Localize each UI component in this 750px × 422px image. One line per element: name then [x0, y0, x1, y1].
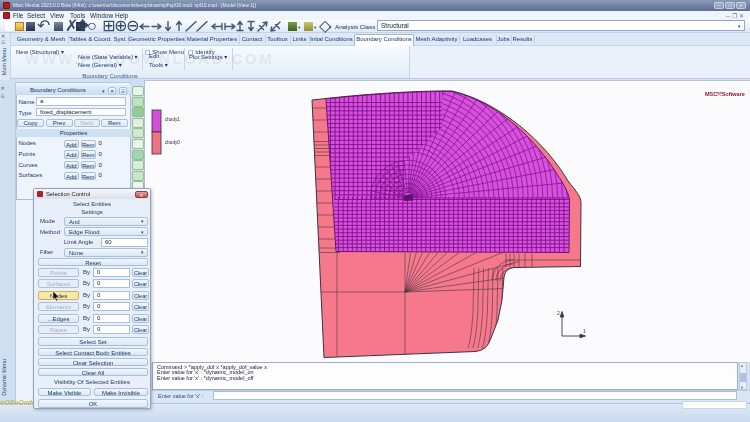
svg-text:2: 2: [557, 310, 560, 316]
svg-text:1: 1: [583, 328, 586, 334]
svg-text:cbody1: cbody1: [165, 117, 180, 122]
svg-text:cbody0: cbody0: [165, 140, 180, 145]
